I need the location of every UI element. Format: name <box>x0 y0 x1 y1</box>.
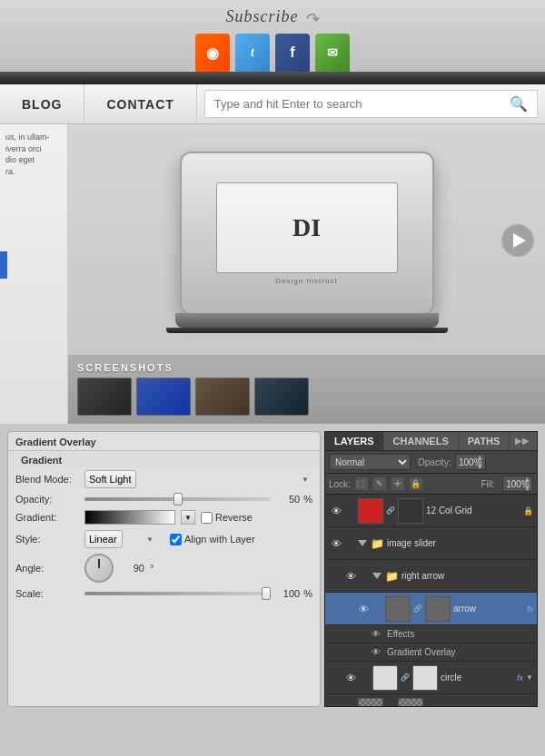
layer-row-right-arrow[interactable]: 👁 📁 right arrow <box>325 560 537 593</box>
play-button[interactable] <box>501 224 534 257</box>
thumbnail-4[interactable] <box>254 378 309 416</box>
thumbnail-2[interactable] <box>136 378 191 416</box>
opacity-input-wrapper: ▲▼ <box>455 454 486 470</box>
align-layer-checkbox[interactable] <box>170 534 182 545</box>
scale-row: Scale: 100 % <box>8 585 320 602</box>
lock-position-btn[interactable]: ✛ <box>391 476 405 491</box>
layers-tab-menu[interactable]: ☰ <box>535 432 538 450</box>
eye-icon-gradient-overlay[interactable]: 👁 <box>369 645 383 660</box>
dialog-title: Gradient Overlay <box>8 432 320 451</box>
blend-mode-label: Blend Mode: <box>15 474 79 485</box>
layer-row-image-slider[interactable]: 👁 📁 image slider <box>325 527 537 560</box>
subscribe-text: Subscribe <box>226 7 299 26</box>
eye-icon-arrow[interactable]: 👁 <box>356 602 371 616</box>
search-bar[interactable]: 🔍 <box>204 90 538 118</box>
scale-value: 100 <box>274 588 300 599</box>
reverse-checkbox-label[interactable]: Reverse <box>201 512 253 524</box>
blend-mode-dropdown[interactable]: Normal <box>329 454 411 470</box>
gradient-row: Gradient: ▼ Reverse <box>8 507 320 527</box>
layer-row-arrow[interactable]: 👁 🔗 arrow fx <box>325 593 537 625</box>
layer-name-circle: circle <box>441 673 512 682</box>
lock-transparent-btn[interactable]: ⬚ <box>354 476 369 491</box>
fx-badge-circle: fx <box>517 673 523 682</box>
angle-dial[interactable] <box>84 554 114 583</box>
nav-contact[interactable]: CONTACT <box>84 84 196 123</box>
thumb-arrow <box>385 596 411 622</box>
style-row: Style: Linear Radial Angle ▼ Align with … <box>8 527 320 551</box>
eye-icon-image[interactable]: 👁 <box>329 703 343 707</box>
eye-icon-image-slider[interactable]: 👁 <box>329 536 343 551</box>
blue-accent-bar <box>0 251 7 279</box>
gradient-arrow-button[interactable]: ▼ <box>181 510 195 525</box>
link-icon-arrow: 🔗 <box>413 604 422 613</box>
screenshots-strip: SCREENSHOTS <box>68 355 545 424</box>
layer-row-image[interactable]: 👁 🔗 image <box>325 694 537 706</box>
gradient-overlay-label: Gradient Overlay <box>387 647 456 657</box>
align-layer-checkbox-label[interactable]: Align with Layer <box>170 534 255 545</box>
opacity-slider-thumb[interactable] <box>173 493 183 506</box>
gradient-preview[interactable] <box>84 510 175 525</box>
thumb2-image <box>398 698 423 707</box>
thumbnail-3[interactable] <box>195 378 250 416</box>
expand-right-arrow[interactable] <box>372 572 382 581</box>
layers-list: 👁 🔗 12 Col Grid 🔒 👁 📁 image slider 👁 <box>325 495 537 706</box>
main-image-area: DI Design Instruct <box>68 124 545 360</box>
style-select[interactable]: Linear Radial Angle <box>84 530 123 548</box>
tab-paths[interactable]: PATHS <box>459 432 510 450</box>
device-foot <box>166 328 448 333</box>
facebook-icon[interactable]: f <box>275 34 310 72</box>
blend-mode-select[interactable]: Soft Light Normal Multiply Screen Overla… <box>84 470 136 488</box>
scale-slider-track[interactable] <box>84 592 271 595</box>
layers-tabs: LAYERS CHANNELS PATHS ▶▶ ☰ <box>325 432 537 451</box>
angle-label: Angle: <box>15 563 79 574</box>
thumb2-12-col-grid <box>398 498 423 524</box>
lock-icons-group: ⬚ ✎ ✛ 🔒 <box>354 476 423 491</box>
lock-badge-12-col-grid: 🔒 <box>523 506 533 515</box>
lock-all-btn[interactable]: 🔒 <box>409 476 423 491</box>
device-screen: DI <box>216 182 398 273</box>
thumbs-row <box>77 378 536 416</box>
style-label: Style: <box>15 534 79 545</box>
layer-name-image: image <box>426 705 533 706</box>
rss-icon[interactable]: ◉ <box>195 34 230 72</box>
style-select-arrow-icon: ▼ <box>146 535 154 544</box>
device-bottom <box>175 313 439 328</box>
eye-icon-right-arrow[interactable]: 👁 <box>343 569 358 584</box>
opacity-slider-track[interactable] <box>84 497 271 501</box>
nav-blog[interactable]: BLOG <box>0 84 84 123</box>
layers-tab-more[interactable]: ▶▶ <box>510 432 535 450</box>
eye-icon-circle[interactable]: 👁 <box>343 671 358 685</box>
layers-opacity-input[interactable] <box>455 454 486 470</box>
opacity-row: Opacity: 50 % <box>8 491 320 507</box>
fill-input-wrapper: ▲▼ <box>502 476 533 492</box>
tab-layers[interactable]: LAYERS <box>325 432 384 450</box>
twitter-icon[interactable]: t <box>235 34 270 72</box>
blend-mode-select-wrapper[interactable]: Soft Light Normal Multiply Screen Overla… <box>84 470 312 488</box>
blend-mode-row: Blend Mode: Soft Light Normal Multiply S… <box>8 467 320 491</box>
scale-slider-thumb[interactable] <box>262 587 271 600</box>
thumbnail-1[interactable] <box>77 378 132 416</box>
search-icon[interactable]: 🔍 <box>510 95 528 113</box>
device-label: Design Instruct <box>275 277 337 285</box>
expand-image-slider[interactable] <box>358 539 367 548</box>
layer-name-arrow: arrow <box>453 604 522 614</box>
navbar: BLOG CONTACT 🔍 <box>0 84 545 124</box>
reverse-checkbox[interactable] <box>201 512 213 524</box>
gradient-section-label: Gradient <box>8 451 320 467</box>
effects-label: Effects <box>387 629 414 639</box>
style-select-wrapper[interactable]: Linear Radial Angle ▼ <box>84 530 157 548</box>
search-input[interactable] <box>214 97 510 111</box>
folder-icon-image-slider: 📁 <box>370 536 384 551</box>
layer-name-right-arrow: right arrow <box>401 571 533 581</box>
gradient-overlay-dialog: Gradient Overlay Gradient Blend Mode: So… <box>7 431 321 707</box>
layers-fill-input[interactable] <box>502 476 533 492</box>
email-icon[interactable]: ✉ <box>315 34 350 72</box>
layer-row-12-col-grid[interactable]: 👁 🔗 12 Col Grid 🔒 <box>325 495 537 527</box>
lock-pixels-btn[interactable]: ✎ <box>372 476 387 491</box>
shelf-decoration <box>0 72 545 84</box>
layer-row-circle[interactable]: 👁 🔗 circle fx ▼ <box>325 662 537 694</box>
opacity-value: 50 <box>274 494 300 505</box>
eye-icon-effects[interactable]: 👁 <box>369 627 383 642</box>
tab-channels[interactable]: CHANNELS <box>384 432 459 450</box>
eye-icon-12-col-grid[interactable]: 👁 <box>329 504 343 518</box>
